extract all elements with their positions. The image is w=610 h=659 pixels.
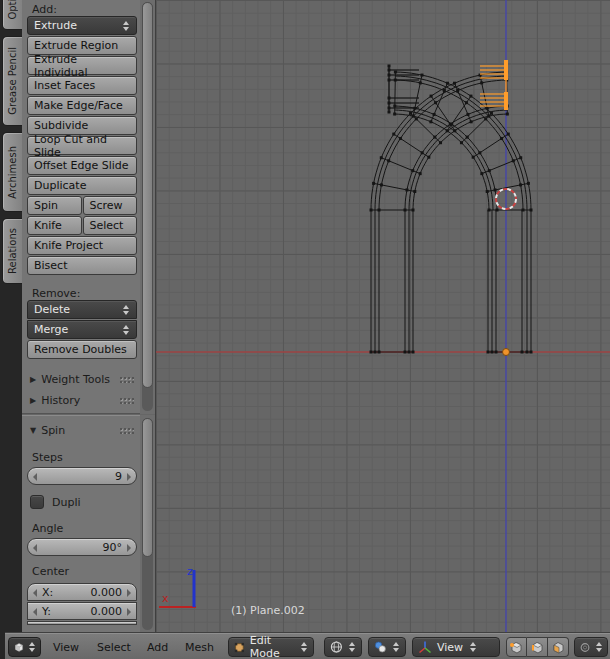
- center-label: Center: [27, 565, 137, 579]
- collapsed-triangle-icon: ▶: [30, 375, 36, 384]
- dropdown-arrows-icon: [121, 305, 130, 315]
- proportional-editing-icon: [580, 641, 590, 654]
- select-button[interactable]: Select: [83, 216, 138, 235]
- edge-select-button[interactable]: [527, 637, 548, 657]
- face-select-icon: [551, 640, 566, 654]
- proportional-editing-dropdown[interactable]: [574, 637, 608, 657]
- redo-panel-scroll-region: [140, 415, 155, 632]
- manipulator-axes-icon: [418, 640, 432, 654]
- collapsed-triangle-icon: ▶: [30, 396, 36, 405]
- inset-faces-button[interactable]: Inset Faces: [27, 76, 137, 95]
- duplicate-button[interactable]: Duplicate: [27, 176, 137, 195]
- dropdown-arrows-icon: [301, 642, 309, 652]
- loop-cut-and-slide-button[interactable]: Loop Cut and Slide: [27, 136, 137, 155]
- panel-grip-icon[interactable]: [119, 427, 134, 434]
- weight-tools-panel-header[interactable]: ▶ Weight Tools: [27, 371, 137, 388]
- merge-dropdown[interactable]: Merge: [27, 320, 137, 339]
- dupli-checkbox-row: Dupli: [27, 495, 137, 509]
- offset-edge-slide-button[interactable]: Offset Edge Slide: [27, 156, 137, 175]
- scrollbar-thumb[interactable]: [142, 2, 153, 388]
- remove-doubles-button[interactable]: Remove Doubles: [27, 340, 137, 359]
- field-left-arrow-icon[interactable]: [33, 608, 37, 616]
- knife-button[interactable]: Knife: [27, 216, 82, 235]
- editor-type-dropdown[interactable]: [8, 637, 41, 657]
- face-select-button[interactable]: [548, 637, 569, 657]
- menu-view[interactable]: View: [53, 637, 79, 657]
- dropdown-arrows-icon: [121, 21, 130, 31]
- center-z-field-clipped[interactable]: [27, 621, 137, 625]
- toolshelf-scroll-region: [140, 0, 155, 414]
- edge-select-icon: [530, 640, 545, 654]
- expanded-triangle-icon: ▼: [30, 426, 36, 435]
- dropdown-arrows-icon: [392, 642, 400, 652]
- edit-mode-icon: [234, 641, 245, 654]
- angle-label: Angle: [27, 522, 137, 536]
- steps-slider[interactable]: 9: [27, 467, 137, 485]
- remove-section-label: Remove:: [27, 284, 137, 300]
- corner-filler: [0, 632, 5, 659]
- steps-label: Steps: [27, 451, 137, 465]
- viewport-drawing: xz: [156, 0, 610, 632]
- transform-orientation-dropdown[interactable]: View: [412, 637, 500, 657]
- dropdown-arrows-icon: [28, 642, 36, 652]
- dropdown-arrows-icon: [595, 642, 602, 652]
- menu-mesh[interactable]: Mesh: [185, 637, 214, 657]
- viewport-shading-dropdown[interactable]: [324, 637, 362, 657]
- menu-add[interactable]: Add: [147, 637, 168, 657]
- toolshelf-tab-strip: Options Grease Pencil Archimesh Relation…: [0, 0, 22, 632]
- pivot-point-dropdown[interactable]: [368, 637, 406, 657]
- bisect-button[interactable]: Bisect: [27, 256, 137, 275]
- knife-project-button[interactable]: Knife Project: [27, 236, 137, 255]
- screw-button[interactable]: Screw: [83, 196, 138, 215]
- delete-dropdown[interactable]: Delete: [27, 300, 137, 319]
- 3d-viewport[interactable]: xz (1) Plane.002: [155, 0, 610, 632]
- dropdown-arrows-icon: [468, 642, 477, 652]
- center-x-field[interactable]: X: 0.000: [27, 583, 137, 601]
- spin-panel-header[interactable]: ▼ Spin: [27, 422, 137, 439]
- select-mode-group: [506, 637, 569, 657]
- vertex-select-icon: [509, 640, 524, 654]
- pivot-point-icon: [374, 640, 387, 654]
- blender-window: Options Grease Pencil Archimesh Relation…: [0, 0, 610, 659]
- history-panel-header[interactable]: ▶ History: [27, 392, 137, 409]
- svg-text:z: z: [187, 565, 193, 578]
- panel-grip-icon[interactable]: [119, 397, 134, 404]
- dropdown-arrows-icon: [121, 325, 130, 335]
- field-right-arrow-icon[interactable]: [127, 608, 131, 616]
- center-y-field[interactable]: Y: 0.000: [27, 602, 137, 620]
- extrude-individual-button[interactable]: Extrude Individual: [27, 56, 137, 75]
- angle-slider[interactable]: 90°: [27, 538, 137, 556]
- tool-shelf: Add: Extrude Extrude Region Extrude Indi…: [22, 0, 140, 414]
- slider-right-arrow-icon[interactable]: [127, 544, 131, 552]
- operator-redo-panel: ▼ Spin Steps 9 Dupli Angle 90° Center X:…: [22, 415, 140, 632]
- slider-left-arrow-icon[interactable]: [33, 473, 37, 481]
- slider-right-arrow-icon[interactable]: [127, 473, 131, 481]
- vertex-select-button[interactable]: [506, 637, 527, 657]
- menu-select[interactable]: Select: [97, 637, 131, 657]
- dupli-checkbox[interactable]: [30, 495, 44, 509]
- spin-button[interactable]: Spin: [27, 196, 82, 215]
- mode-dropdown[interactable]: Edit Mode: [228, 637, 314, 657]
- field-left-arrow-icon[interactable]: [33, 589, 37, 597]
- tab-archimesh[interactable]: Archimesh: [2, 132, 22, 212]
- svg-text:x: x: [162, 592, 169, 605]
- tab-options[interactable]: Options: [2, 0, 22, 30]
- 3d-view-editor-icon: [13, 640, 25, 654]
- viewport-header: View Select Add Mesh Edit Mode: [0, 632, 610, 659]
- dropdown-arrows-icon: [348, 642, 356, 652]
- slider-left-arrow-icon[interactable]: [33, 544, 37, 552]
- make-edge-face-button[interactable]: Make Edge/Face: [27, 96, 137, 115]
- active-object-info: (1) Plane.002: [231, 604, 305, 617]
- scrollbar-thumb[interactable]: [142, 418, 153, 557]
- tab-relations[interactable]: Relations: [2, 218, 22, 284]
- panel-grip-icon[interactable]: [119, 376, 134, 383]
- viewport-shading-icon: [330, 640, 343, 654]
- add-section-label: Add:: [27, 0, 137, 16]
- extrude-dropdown[interactable]: Extrude: [27, 16, 137, 35]
- tab-grease-pencil[interactable]: Grease Pencil: [2, 36, 22, 126]
- field-right-arrow-icon[interactable]: [127, 589, 131, 597]
